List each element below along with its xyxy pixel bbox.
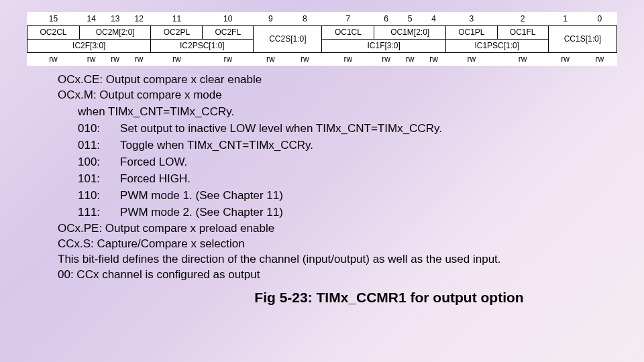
bit-num: 6 [374,12,398,25]
rw-cell: rw [127,52,151,66]
field-ic1f: IC1F[3:0] [322,39,445,52]
field-cc2s: CC2S[1:0] [254,25,322,52]
rw-cell: rw [322,52,374,66]
bit-num: 10 [203,12,254,25]
field-ic2psc: IC2PSC[1:0] [151,39,254,52]
bit-num: 7 [322,12,374,25]
rw-cell: rw [422,52,446,66]
bit-num: 0 [582,12,616,25]
register-bitfield-table: 15 14 13 12 11 10 9 8 7 6 5 4 3 2 1 0 OC… [27,12,617,66]
bit-num: 2 [497,12,548,25]
mode-code: 010: [78,121,119,137]
bit-num: 15 [28,12,80,25]
rw-cell: rw [203,52,254,66]
field-oc1fl: OC1FL [497,25,548,39]
rw-cell: rw [374,52,398,66]
ic-field-row: IC2F[3:0] IC2PSC[1:0] IC1F[3:0] IC1PSC[1… [28,39,617,52]
field-oc1m: OC1M[2:0] [374,25,446,39]
mode-desc: Toggle when TIMx_CNT=TIMx_CCRy. [120,138,461,154]
field-ic1psc: IC1PSC[1:0] [445,39,548,52]
mode-desc: Forced HIGH. [120,172,461,187]
bit-num: 5 [398,12,422,25]
field-oc1pl: OC1PL [445,25,497,39]
bit-num: 3 [445,12,497,25]
rw-cell: rw [151,52,203,66]
figure-caption: Fig 5-23: TIMx_CCMR1 for output option [0,290,644,306]
mode-desc: Set output to inactive LOW level when TI… [120,121,461,137]
rw-cell: rw [254,52,288,66]
field-oc2fl: OC2FL [203,25,254,39]
def-ocxpe: OCx.PE: Output compare x preload enable [58,221,590,237]
rw-cell: rw [288,52,322,66]
bit-num: 4 [422,12,446,25]
mode-code: 011: [78,138,119,154]
def-ocxm: OCx.M: Output compare x mode [58,88,590,103]
mode-code: 101: [78,172,119,187]
mode-code: 100: [78,155,119,170]
bit-num: 14 [79,12,103,25]
field-oc2cl: OC2CL [28,25,80,39]
bit-num: 1 [548,12,582,25]
field-cc1s: CC1S[1:0] [548,25,616,52]
rw-cell: rw [103,52,127,66]
rw-row: rw rw rw rw rw rw rw rw rw rw rw rw rw r… [28,52,617,66]
description-block: OCx.CE: Output compare x clear enable OC… [0,66,644,283]
bit-num: 13 [103,12,127,25]
rw-cell: rw [79,52,103,66]
rw-cell: rw [497,52,548,66]
rw-cell: rw [548,52,582,66]
field-oc2m: OC2M[2:0] [79,25,151,39]
oc-field-row: OC2CL OC2M[2:0] OC2PL OC2FL CC2S[1:0] OC… [28,25,617,39]
mode-list: 010:Set output to inactive LOW level whe… [76,120,462,222]
mode-code: 111: [78,205,119,221]
rw-cell: rw [445,52,497,66]
def-ocxce: OCx.CE: Output compare x clear enable [58,72,590,88]
field-ic2f: IC2F[3:0] [28,39,151,52]
bit-num: 12 [127,12,151,25]
bit-number-row: 15 14 13 12 11 10 9 8 7 6 5 4 3 2 1 0 [28,12,617,25]
field-oc2pl: OC2PL [151,25,203,39]
field-oc1cl: OC1CL [322,25,374,39]
rw-cell: rw [398,52,422,66]
mode-desc: PWM mode 2. (See Chapter 11) [120,205,461,221]
mode-code: 110: [78,188,119,204]
def-dir: This bit-field defines the direction of … [58,252,590,267]
bit-num: 9 [254,12,288,25]
when-line: when TIMx_CNT=TIMx_CCRy. [78,105,590,120]
def-00: 00: CCx channel is configured as output [58,267,590,283]
def-ccxs: CCx.S: Capture/Compare x selection [58,237,590,252]
rw-cell: rw [28,52,80,66]
rw-cell: rw [582,52,616,66]
bit-num: 11 [151,12,203,25]
bit-num: 8 [288,12,322,25]
mode-desc: PWM mode 1. (See Chapter 11) [120,188,461,204]
mode-desc: Forced LOW. [120,155,461,170]
